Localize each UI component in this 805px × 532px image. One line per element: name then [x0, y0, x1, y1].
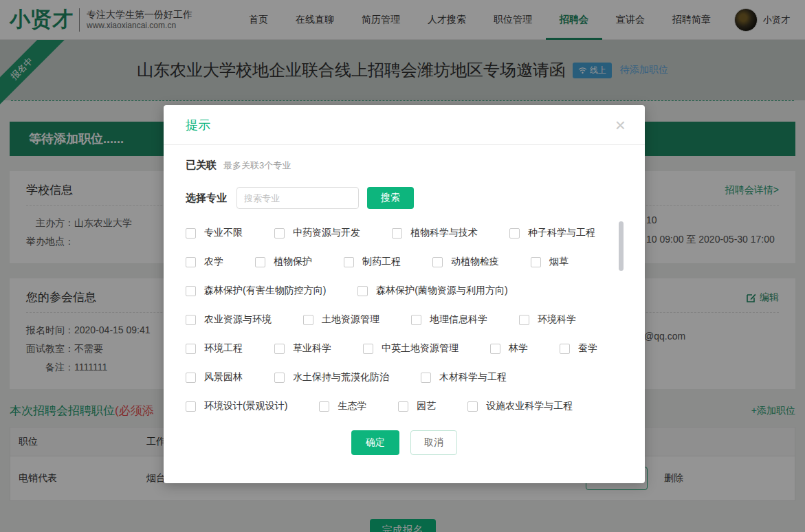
major-label: 环境工程: [204, 342, 243, 355]
major-checkbox-item[interactable]: 环境科学: [519, 313, 576, 326]
major-label: 烟草: [549, 256, 569, 268]
major-checkbox-item[interactable]: 林学: [490, 342, 528, 355]
checkbox-icon[interactable]: [560, 344, 570, 354]
major-label: 林学: [509, 342, 528, 355]
major-checkbox-item[interactable]: 蚕学: [560, 342, 597, 355]
major-checkbox-item[interactable]: 种子科学与工程: [509, 227, 595, 239]
major-checkbox-item[interactable]: 地理信息科学: [411, 313, 487, 326]
linked-label: 已关联: [186, 159, 217, 172]
majors-row: 农学植物保护制药工程动植物检疫烟草: [186, 256, 623, 268]
major-checkbox-item[interactable]: 森林保护(菌物资源与利用方向): [357, 285, 507, 297]
major-checkbox-item[interactable]: 设施农业科学与工程: [467, 400, 573, 412]
select-major-row: 选择专业 搜索: [186, 187, 623, 209]
major-label: 森林保护(有害生物防控方向): [204, 285, 326, 297]
major-label: 农业资源与环境: [204, 313, 272, 326]
majors-row: 农业资源与环境土地资源管理地理信息科学环境科学: [186, 313, 623, 326]
major-label: 专业不限: [204, 227, 243, 239]
checkbox-icon[interactable]: [411, 315, 421, 325]
checkbox-icon[interactable]: [274, 373, 285, 383]
major-checkbox-item[interactable]: 环境工程: [186, 342, 243, 355]
modal-title: 提示: [186, 117, 210, 133]
major-checkbox-item[interactable]: 烟草: [531, 256, 569, 268]
major-label: 动植物检疫: [451, 256, 499, 268]
major-label: 蚕学: [578, 342, 597, 355]
checkbox-icon[interactable]: [432, 257, 443, 267]
checkbox-icon[interactable]: [303, 315, 313, 325]
major-label: 生态学: [338, 400, 366, 412]
major-checkbox-item[interactable]: 中药资源与开发: [274, 227, 360, 239]
modal-body: 已关联 最多关联3个专业 选择专业 搜索 专业不限中药资源与开发植物科学与技术种…: [164, 159, 645, 412]
major-checkbox-item[interactable]: 森林保护(有害生物防控方向): [186, 285, 326, 297]
major-checkbox-item[interactable]: 动植物检疫: [432, 256, 499, 268]
confirm-button[interactable]: 确定: [351, 430, 399, 455]
close-icon[interactable]: ×: [615, 116, 626, 134]
major-label: 种子科学与工程: [528, 227, 595, 239]
major-search-input[interactable]: [236, 187, 359, 209]
search-button[interactable]: 搜索: [367, 187, 414, 209]
modal-header: 提示 ×: [164, 105, 645, 145]
checkbox-icon[interactable]: [344, 257, 354, 267]
major-label: 环境科学: [538, 313, 576, 326]
majors-row: 专业不限中药资源与开发植物科学与技术种子科学与工程: [186, 227, 623, 239]
major-label: 地理信息科学: [430, 313, 487, 326]
checkbox-icon[interactable]: [398, 401, 408, 412]
checkbox-icon[interactable]: [186, 228, 196, 239]
major-checkbox-item[interactable]: 专业不限: [186, 227, 243, 239]
major-checkbox-item[interactable]: 农业资源与环境: [186, 313, 272, 326]
major-checkbox-item[interactable]: 园艺: [398, 400, 436, 412]
major-label: 植物保护: [274, 256, 312, 268]
major-checkbox-item[interactable]: 生态学: [319, 400, 366, 412]
checkbox-icon[interactable]: [186, 344, 196, 354]
majors-row: 森林保护(有害生物防控方向)森林保护(菌物资源与利用方向): [186, 285, 623, 297]
checkbox-icon[interactable]: [274, 344, 285, 354]
checkbox-icon[interactable]: [274, 228, 285, 239]
major-label: 园艺: [417, 400, 436, 412]
checkbox-icon[interactable]: [186, 373, 196, 383]
checkbox-icon[interactable]: [490, 344, 500, 354]
linked-row: 已关联 最多关联3个专业: [186, 159, 623, 172]
majors-row: 环境设计(景观设计)生态学园艺设施农业科学与工程: [186, 400, 623, 412]
cancel-button[interactable]: 取消: [410, 430, 457, 455]
major-label: 环境设计(景观设计): [204, 400, 287, 412]
major-label: 植物科学与技术: [410, 227, 478, 239]
checkbox-icon[interactable]: [519, 315, 529, 325]
major-checkbox-item[interactable]: 农学: [186, 256, 223, 268]
major-label: 农学: [204, 256, 223, 268]
majors-row: 环境工程草业科学中英土地资源管理林学蚕学: [186, 342, 623, 355]
major-checkbox-item[interactable]: 草业科学: [274, 342, 331, 355]
checkbox-icon[interactable]: [319, 401, 329, 412]
modal-footer: 确定 取消: [164, 430, 645, 455]
major-checkbox-item[interactable]: 风景园林: [186, 371, 243, 384]
checkbox-icon[interactable]: [467, 401, 478, 412]
major-label: 中英土地资源管理: [382, 342, 459, 355]
major-label: 水土保持与荒漠化防治: [293, 371, 389, 384]
checkbox-icon[interactable]: [186, 257, 196, 267]
checkbox-icon[interactable]: [531, 257, 541, 267]
major-label: 风景园林: [204, 371, 243, 384]
major-label: 森林保护(菌物资源与利用方向): [376, 285, 507, 297]
scrollbar-thumb[interactable]: [619, 221, 624, 271]
checkbox-icon[interactable]: [392, 228, 402, 239]
checkbox-icon[interactable]: [186, 286, 196, 296]
major-checkbox-item[interactable]: 制药工程: [344, 256, 401, 268]
major-checkbox-item[interactable]: 环境设计(景观设计): [186, 400, 287, 412]
checkbox-icon[interactable]: [509, 228, 520, 239]
major-checkbox-item[interactable]: 木材科学与工程: [421, 371, 507, 384]
checkbox-icon[interactable]: [357, 286, 368, 296]
checkbox-icon[interactable]: [421, 373, 431, 383]
majors-row: 风景园林水土保持与荒漠化防治木材科学与工程: [186, 371, 623, 384]
checkbox-icon[interactable]: [186, 315, 196, 325]
tip-modal: 提示 × 已关联 最多关联3个专业 选择专业 搜索 专业不限中药资源与开发植物科…: [164, 105, 645, 483]
major-label: 土地资源管理: [322, 313, 379, 326]
major-checkbox-item[interactable]: 植物科学与技术: [392, 227, 478, 239]
major-checkbox-item[interactable]: 中英土地资源管理: [363, 342, 459, 355]
checkbox-icon[interactable]: [186, 401, 196, 412]
major-checkbox-item[interactable]: 水土保持与荒漠化防治: [274, 371, 389, 384]
major-checkbox-item[interactable]: 土地资源管理: [303, 313, 379, 326]
select-major-label: 选择专业: [186, 192, 227, 205]
major-label: 草业科学: [293, 342, 331, 355]
checkbox-icon[interactable]: [363, 344, 373, 354]
checkbox-icon[interactable]: [255, 257, 265, 267]
major-checkbox-item[interactable]: 植物保护: [255, 256, 312, 268]
linked-hint: 最多关联3个专业: [223, 159, 291, 172]
